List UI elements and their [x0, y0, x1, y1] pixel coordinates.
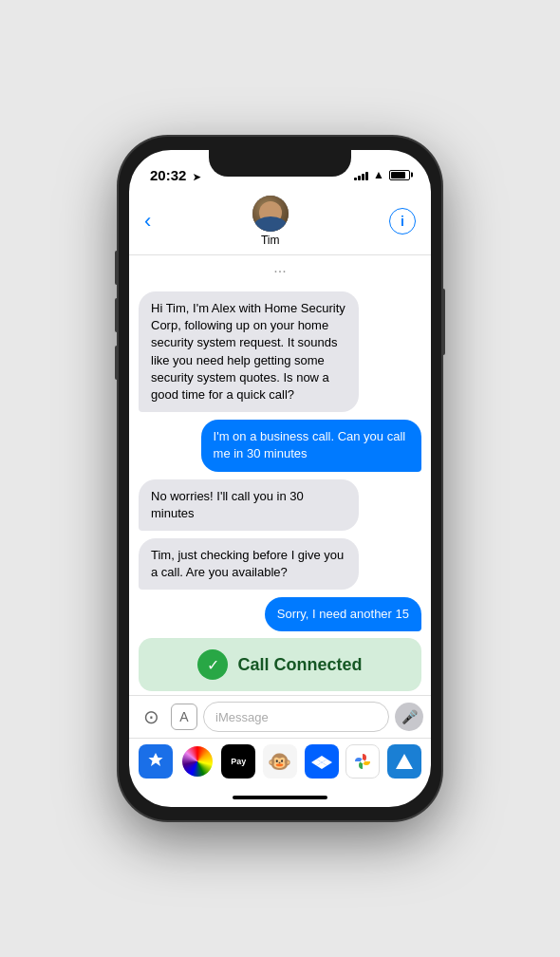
nav-bar: ‹ Tim i — [129, 192, 431, 255]
mic-icon[interactable]: 🎤 — [395, 703, 423, 731]
call-connected-banner: ✓ Call Connected — [139, 638, 421, 691]
home-indicator — [129, 788, 431, 807]
apple-pay-icon[interactable]: Pay — [221, 744, 255, 779]
messages-area: ··· Hi Tim, I'm Alex with Home Security … — [129, 255, 431, 634]
home-bar — [233, 796, 327, 799]
triangle-icon[interactable] — [387, 744, 421, 779]
dropbox-icon[interactable] — [305, 744, 339, 779]
message-bubble: No worries! I'll call you in 30 minutes — [139, 479, 359, 531]
wifi-icon: ▲ — [373, 168, 384, 181]
message-bubble: Hi Tim, I'm Alex with Home Security Corp… — [139, 291, 359, 412]
avatar — [252, 196, 289, 232]
contact-name: Tim — [261, 234, 280, 247]
message-input[interactable]: iMessage — [203, 702, 389, 732]
app-store-icon[interactable] — [139, 744, 173, 779]
status-icons: ▲ — [354, 168, 410, 181]
notch — [209, 150, 351, 177]
call-connected-label: Call Connected — [237, 655, 362, 675]
battery-icon — [389, 170, 410, 180]
phone-screen: 20:32 ➤ ▲ ‹ — [129, 150, 431, 807]
typing-indicator: ··· — [139, 263, 421, 280]
signal-bars — [354, 169, 368, 180]
message-bubble: Tim, just checking before I give you a c… — [139, 538, 359, 590]
nav-center: Tim — [252, 196, 289, 247]
camera-icon[interactable]: ⊙ — [137, 703, 165, 731]
app-icon[interactable]: A — [171, 704, 197, 730]
location-icon: ➤ — [193, 172, 200, 182]
svg-point-0 — [361, 760, 364, 763]
phone-frame: 20:32 ➤ ▲ ‹ — [119, 137, 441, 820]
ios-icon[interactable] — [180, 744, 215, 779]
monkey-icon[interactable]: 🐵 — [263, 744, 297, 779]
back-button[interactable]: ‹ — [144, 209, 151, 234]
battery-fill — [391, 172, 405, 178]
input-placeholder: iMessage — [215, 710, 269, 724]
message-bubble: I'm on a business call. Can you call me … — [201, 420, 421, 471]
message-bubble: Sorry, I need another 15 — [265, 597, 421, 631]
app-dock: Pay 🐵 — [129, 738, 431, 788]
check-icon: ✓ — [197, 649, 228, 680]
pinwheel-icon[interactable] — [345, 744, 380, 779]
status-time: 20:32 ➤ — [150, 167, 200, 183]
input-area: ⊙ A iMessage 🎤 — [129, 695, 431, 738]
svg-marker-1 — [396, 754, 413, 769]
phone-outer: 20:32 ➤ ▲ ‹ — [0, 0, 560, 957]
info-button[interactable]: i — [389, 208, 416, 235]
